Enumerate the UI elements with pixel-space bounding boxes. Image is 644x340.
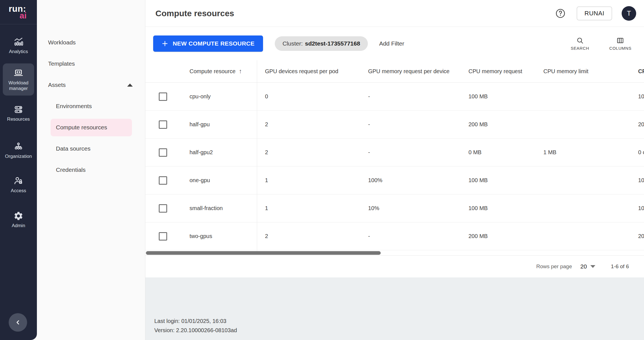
submenu-item-templates[interactable]: Templates xyxy=(37,53,145,74)
app-root: run: ai Analytics Workload manager xyxy=(0,0,644,340)
table-row[interactable]: cpu-only 0 - 100 MB 10 xyxy=(145,83,644,111)
gpu-devices-cell: 0 xyxy=(257,93,360,100)
access-icon xyxy=(13,176,23,186)
sidebar-item-label: Workload manager xyxy=(4,80,32,91)
compute-resource-name: two-gpus xyxy=(190,233,212,239)
compute-resource-name: small-fraction xyxy=(190,205,223,211)
cpu-compute-cell: 10 xyxy=(630,177,644,184)
compute-resource-name: cpu-only xyxy=(190,93,211,100)
toolbar-right: SEARCH COLUMNS xyxy=(571,37,631,51)
submenu-item-environments[interactable]: Environments xyxy=(37,96,145,117)
row-checkbox[interactable] xyxy=(159,176,167,185)
cluster-chip-value: sd2test-1735577168 xyxy=(305,40,360,47)
submenu-item-compute-resources[interactable]: Compute resources xyxy=(37,117,145,138)
column-divider xyxy=(257,60,257,253)
sidebar-item-analytics[interactable]: Analytics xyxy=(0,37,37,54)
table-row[interactable]: one-gpu 1 100% 100 MB 10 xyxy=(145,167,644,194)
cpu-memory-request-cell: 100 MB xyxy=(460,93,535,100)
gpu-memory-cell: - xyxy=(360,233,460,239)
search-button[interactable]: SEARCH xyxy=(571,37,589,51)
compute-resource-name: half-gpu xyxy=(190,121,210,128)
horizontal-scrollbar-track xyxy=(145,250,644,256)
sidebar-item-admin[interactable]: Admin xyxy=(0,211,37,229)
compute-resource-name: one-gpu xyxy=(190,177,210,184)
submenu-item-workloads[interactable]: Workloads xyxy=(37,32,145,53)
sidebar-item-label: Admin xyxy=(12,223,25,229)
row-checkbox[interactable] xyxy=(159,232,167,241)
sidebar-item-label: Organization xyxy=(5,154,32,159)
submenu-item-label: Assets xyxy=(48,82,66,88)
header-gpu-devices[interactable]: GPU devices request per pod xyxy=(257,68,360,75)
table-row[interactable]: half-gpu2 2 - 0 MB 1 MB 0 c xyxy=(145,139,644,167)
org-switcher-button[interactable]: RUNAI xyxy=(577,6,612,20)
cluster-filter-chip[interactable]: Cluster: sd2test-1735577168 xyxy=(275,36,368,51)
rows-per-page-select[interactable]: 20 xyxy=(580,263,595,270)
gpu-devices-cell: 2 xyxy=(257,121,360,128)
row-checkbox[interactable] xyxy=(159,120,167,129)
cpu-compute-cell: 20 xyxy=(630,233,644,239)
row-name-cell: small-fraction xyxy=(145,204,257,213)
row-checkbox[interactable] xyxy=(159,92,167,101)
help-button[interactable] xyxy=(555,8,566,19)
sort-ascending-icon[interactable]: ↑ xyxy=(239,68,242,75)
row-name-cell: two-gpus xyxy=(145,232,257,241)
analytics-icon xyxy=(13,37,23,47)
plus-icon xyxy=(162,40,168,47)
header-cpu-memory-request[interactable]: CPU memory request xyxy=(460,68,535,75)
resources-icon xyxy=(13,104,23,115)
row-name-cell: half-gpu2 xyxy=(145,148,257,157)
rows-per-page-value: 20 xyxy=(580,263,587,270)
compute-resources-table: Compute resource ↑ GPU devices request p… xyxy=(145,60,644,256)
row-name-cell: one-gpu xyxy=(145,176,257,185)
cpu-memory-request-cell: 0 MB xyxy=(460,149,535,156)
cpu-memory-request-cell: 100 MB xyxy=(460,177,535,184)
submenu-item-label: Workloads xyxy=(48,39,76,46)
header-cpu-compute[interactable]: CP xyxy=(630,68,644,75)
table-header-row: Compute resource ↑ GPU devices request p… xyxy=(145,60,644,83)
version-text: Version: 2.20.10000266-08103ad xyxy=(154,326,644,335)
columns-button[interactable]: COLUMNS xyxy=(609,37,631,51)
cpu-compute-cell: 20 xyxy=(630,121,644,128)
sidebar-item-label: Analytics xyxy=(9,49,28,54)
submenu-item-assets[interactable]: Assets xyxy=(37,74,145,96)
search-icon xyxy=(576,37,584,44)
sidebar-item-organization[interactable]: Organization xyxy=(0,142,37,159)
header-gpu-memory[interactable]: GPU memory request per device xyxy=(360,68,460,75)
gpu-memory-cell: 100% xyxy=(360,177,460,184)
pagination-bar: Rows per page 20 1-6 of 6 xyxy=(145,256,644,277)
pagination-range: 1-6 of 6 xyxy=(611,263,629,270)
cpu-memory-request-cell: 200 MB xyxy=(460,233,535,239)
header-compute-resource[interactable]: Compute resource ↑ xyxy=(145,68,257,75)
sidebar-item-label: Resources xyxy=(7,116,30,122)
table-row[interactable]: half-gpu 2 - 200 MB 20 xyxy=(145,111,644,139)
table-row[interactable]: small-fraction 1 10% 100 MB 10 xyxy=(145,194,644,222)
horizontal-scrollbar-thumb[interactable] xyxy=(146,251,381,255)
sidebar-divider xyxy=(0,24,37,24)
collapse-caret-icon xyxy=(127,84,133,87)
add-filter-button[interactable]: Add Filter xyxy=(379,40,404,47)
admin-gear-icon xyxy=(13,211,23,221)
row-checkbox[interactable] xyxy=(159,148,167,157)
user-avatar[interactable]: T xyxy=(622,6,636,21)
header-cpu-memory-limit[interactable]: CPU memory limit xyxy=(535,68,630,75)
help-icon xyxy=(555,8,566,19)
compute-resource-name: half-gpu2 xyxy=(190,149,213,156)
columns-label: COLUMNS xyxy=(609,46,631,51)
sidebar-item-workload-manager[interactable]: Workload manager xyxy=(3,63,34,96)
new-compute-resource-button[interactable]: NEW COMPUTE RESOURCE xyxy=(153,35,263,52)
table-row[interactable]: two-gpus 2 - 200 MB 20 xyxy=(145,222,644,250)
submenu-item-credentials[interactable]: Credentials xyxy=(37,159,145,180)
row-checkbox[interactable] xyxy=(159,204,167,213)
sidebar-item-resources[interactable]: Resources xyxy=(0,104,37,122)
sidebar-collapse-button[interactable] xyxy=(9,313,27,332)
top-header: Compute resources RUNAI T xyxy=(145,0,644,27)
primary-sidebar: run: ai Analytics Workload manager xyxy=(0,0,37,340)
page-title: Compute resources xyxy=(155,9,234,18)
sidebar-item-access[interactable]: Access xyxy=(0,176,37,194)
cpu-memory-limit-cell: 1 MB xyxy=(535,149,630,156)
gpu-memory-cell: 10% xyxy=(360,205,460,211)
submenu-item-data-sources[interactable]: Data sources xyxy=(37,138,145,159)
gpu-devices-cell: 2 xyxy=(257,233,360,239)
row-name-cell: cpu-only xyxy=(145,92,257,101)
runai-logo: run: ai xyxy=(9,4,28,20)
